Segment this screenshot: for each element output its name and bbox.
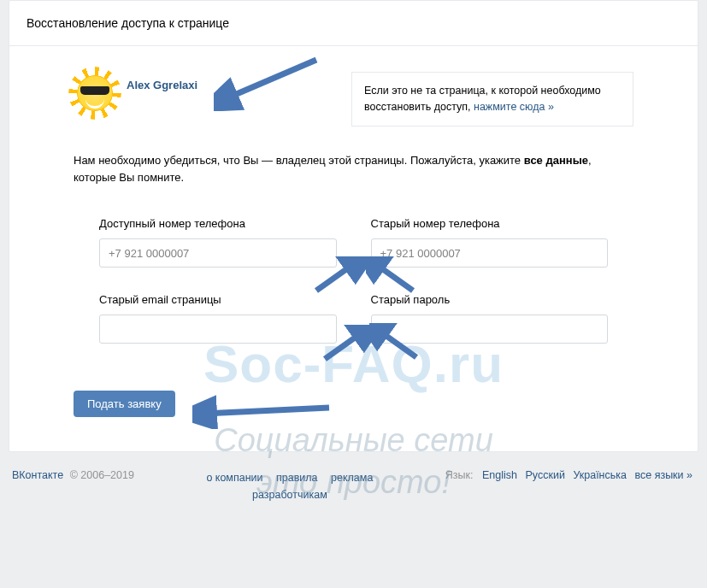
lang-all[interactable]: все языки » (634, 469, 692, 481)
wrong-page-notice: Если это не та страница, к которой необх… (351, 72, 633, 126)
lang-russian[interactable]: Русский (526, 469, 565, 481)
footer-brand[interactable]: ВКонтакте (12, 469, 63, 481)
restore-access-card: Восстановление доступа к странице Alex G… (9, 0, 698, 452)
footer-brand-block: ВКонтакте © 2006–2019 (12, 469, 134, 481)
profile-name-link[interactable]: Alex Ggrelaxi (127, 72, 197, 91)
card-title: Восстановление доступа к странице (9, 1, 698, 46)
input-old-email[interactable] (99, 315, 337, 344)
footer-link-rules[interactable]: правила (276, 472, 318, 484)
label-old-email: Старый email страницы (99, 293, 337, 306)
label-old-phone: Старый номер телефона (371, 217, 609, 230)
footer-link-about[interactable]: о компании (206, 472, 262, 484)
lang-ukrainian[interactable]: Українська (573, 469, 627, 481)
input-old-password[interactable] (371, 315, 609, 344)
footer-lang: Язык: English Русский Українська все язы… (445, 469, 695, 481)
footer-link-ads[interactable]: реклама (331, 472, 373, 484)
footer-copyright: © 2006–2019 (70, 469, 134, 481)
field-old-phone: Старый номер телефона (371, 217, 609, 268)
profile-row: Alex Ggrelaxi Если это не та страница, к… (74, 72, 633, 126)
avatar (74, 72, 116, 115)
label-old-password: Старый пароль (371, 293, 609, 306)
lang-english[interactable]: English (482, 469, 517, 481)
footer-lang-label: Язык: (445, 469, 474, 481)
wrong-page-link[interactable]: нажмите сюда » (474, 101, 554, 113)
input-available-phone[interactable] (99, 238, 337, 268)
field-available-phone: Доступный номер телефона (99, 217, 337, 268)
submit-button[interactable]: Подать заявку (74, 391, 175, 417)
footer-links: о компании правила реклама разработчикам (134, 469, 445, 503)
footer: ВКонтакте © 2006–2019 о компании правила… (9, 461, 698, 503)
instructions-text: Нам необходимо убедиться, что Вы — владе… (74, 152, 633, 188)
restore-form: Доступный номер телефона Старый номер те… (74, 217, 633, 344)
label-available-phone: Доступный номер телефона (99, 217, 337, 230)
input-old-phone[interactable] (371, 238, 609, 268)
field-old-email: Старый email страницы (99, 293, 337, 344)
instructions-pre: Нам необходимо убедиться, что Вы — владе… (74, 154, 524, 167)
footer-link-devs[interactable]: разработчикам (252, 489, 327, 501)
field-old-password: Старый пароль (371, 293, 609, 344)
instructions-bold: все данные (524, 154, 588, 167)
